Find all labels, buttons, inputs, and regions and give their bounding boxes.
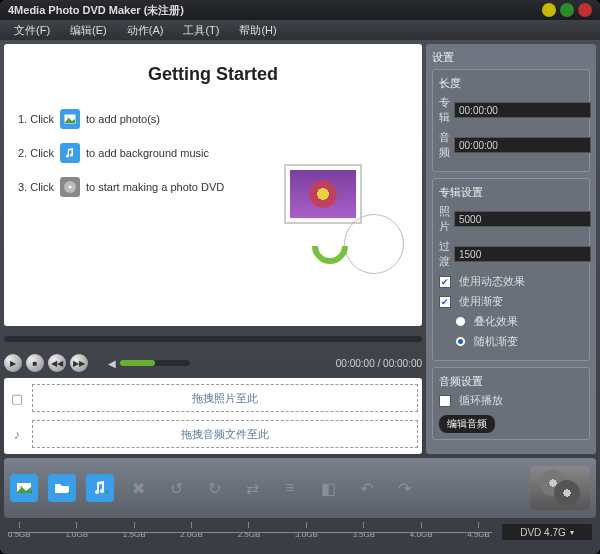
length-group: 长度 专辑 音频 <box>432 69 590 172</box>
preview-area: Getting Started 1. Click to add photo(s)… <box>4 44 422 326</box>
svg-point-3 <box>69 186 72 189</box>
photo-drop-zone[interactable]: 拖拽照片至此 <box>32 384 418 412</box>
svg-text:+: + <box>29 488 32 496</box>
volume-icon: ◀ <box>108 358 116 369</box>
album-length-input[interactable] <box>454 102 591 118</box>
redo-button[interactable]: ↷ <box>390 474 418 502</box>
stop-button[interactable]: ■ <box>26 354 44 372</box>
add-photo-icon <box>60 109 80 129</box>
svg-text:+: + <box>67 488 70 496</box>
settings-panel: 设置 长度 专辑 音频 专辑设置 照片 毫秒 <box>426 44 596 454</box>
menu-tools[interactable]: 工具(T) <box>173 23 229 38</box>
disc-type-dropdown[interactable]: DVD 4.7G <box>502 524 592 540</box>
titlebar: 4Media Photo DVD Maker (未注册) <box>0 0 600 20</box>
seek-slider[interactable] <box>4 336 422 342</box>
add-folder-button[interactable]: + <box>48 474 76 502</box>
menu-action[interactable]: 动作(A) <box>117 23 174 38</box>
rotate-cw-button[interactable]: ↻ <box>200 474 228 502</box>
audio-settings-group: 音频设置 循环播放 编辑音频 <box>432 367 590 440</box>
audio-length-input[interactable] <box>454 137 591 153</box>
edit-audio-button[interactable]: 编辑音频 <box>439 415 495 433</box>
minimize-icon[interactable] <box>542 3 556 17</box>
step-1: 1. Click to add photo(s) <box>18 109 422 129</box>
transition-duration-input[interactable] <box>454 246 591 262</box>
app-window: 4Media Photo DVD Maker (未注册) 文件(F) 编辑(E)… <box>0 0 600 554</box>
settings-title: 设置 <box>432 50 590 65</box>
use-motion-checkbox[interactable]: ✔使用动态效果 <box>439 274 583 289</box>
menu-file[interactable]: 文件(F) <box>4 23 60 38</box>
album-settings-group: 专辑设置 照片 毫秒 ♪ 过渡 毫秒 ✔使用动态效果 <box>432 178 590 361</box>
disc-size-scale: 0.5GB 1.0GB 1.5GB 2.0GB 2.5GB 3.0GB 3.5G… <box>0 518 600 546</box>
effect-button[interactable]: ◧ <box>314 474 342 502</box>
close-icon[interactable] <box>578 3 592 17</box>
bottom-toolbar: + + + ✖ ↺ ↻ ⇄ ≡ ◧ ↶ ↷ <box>4 458 596 518</box>
rotate-ccw-button[interactable]: ↺ <box>162 474 190 502</box>
play-button[interactable]: ▶ <box>4 354 22 372</box>
loop-checkbox[interactable]: 循环播放 <box>439 393 583 408</box>
prev-button[interactable]: ◀◀ <box>48 354 66 372</box>
photo-duration-input[interactable] <box>454 211 591 227</box>
overlap-radio[interactable]: 叠化效果 <box>455 314 583 329</box>
time-display: 00:00:00 / 00:00:00 <box>336 358 422 369</box>
add-audio-button[interactable]: + <box>86 474 114 502</box>
menu-edit[interactable]: 编辑(E) <box>60 23 117 38</box>
volume-slider[interactable] <box>120 360 190 366</box>
next-button[interactable]: ▶▶ <box>70 354 88 372</box>
photo-track-icon: ▢ <box>8 391 26 406</box>
random-radio[interactable]: 随机渐变 <box>455 334 583 349</box>
burn-button[interactable] <box>530 466 590 510</box>
preview-artwork <box>284 164 404 274</box>
delete-button[interactable]: ✖ <box>124 474 152 502</box>
make-dvd-icon <box>60 177 80 197</box>
list-button[interactable]: ≡ <box>276 474 304 502</box>
undo-button[interactable]: ↶ <box>352 474 380 502</box>
menubar: 文件(F) 编辑(E) 动作(A) 工具(T) 帮助(H) <box>0 20 600 40</box>
maximize-icon[interactable] <box>560 3 574 17</box>
audio-track-icon: ♪ <box>8 427 26 442</box>
svg-text:+: + <box>105 488 108 496</box>
add-photo-button[interactable]: + <box>10 474 38 502</box>
step-2: 2. Click to add background music <box>18 143 422 163</box>
audio-drop-zone[interactable]: 拖拽音频文件至此 <box>32 420 418 448</box>
use-transition-checkbox[interactable]: ✔使用渐变 <box>439 294 583 309</box>
menu-help[interactable]: 帮助(H) <box>229 23 286 38</box>
add-music-icon <box>60 143 80 163</box>
shuffle-button[interactable]: ⇄ <box>238 474 266 502</box>
app-title: 4Media Photo DVD Maker (未注册) <box>8 3 184 18</box>
preview-heading: Getting Started <box>4 64 422 85</box>
